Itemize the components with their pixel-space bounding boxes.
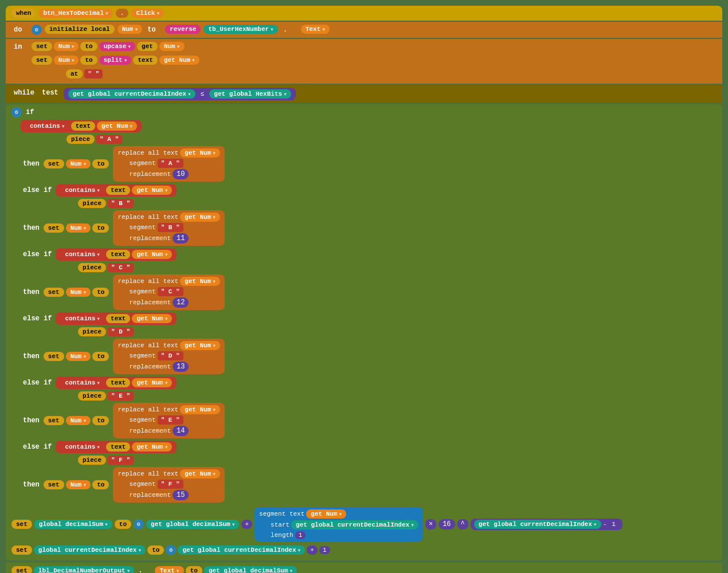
get-num-e[interactable]: get Num ▼ (132, 378, 172, 387)
to-then-d: to (92, 352, 109, 361)
piece-c-row: piece " C " (78, 263, 717, 272)
get-num-seg[interactable]: get Num ▼ (306, 509, 346, 519)
get-num-b[interactable]: get Num ▼ (132, 186, 172, 195)
replace-a-block: replace all text get Num ▼ segment " A "… (113, 146, 225, 182)
num1-power: 1 (608, 520, 619, 528)
block-program: when btn_HexToDecimal ▼ . Click ▼ do ⚙ i… (6, 6, 722, 573)
set-e: set (44, 416, 64, 425)
contains-a: contains ▼ text get Num ▼ (21, 120, 142, 132)
text-e: text (106, 378, 130, 387)
num-then-a[interactable]: Num ▼ (66, 159, 91, 168)
then-a-row: then set Num ▼ to replace all text get N… (21, 146, 717, 182)
main-canvas: when btn_HexToDecimal ▼ . Click ▼ do ⚙ i… (0, 0, 728, 573)
to-keyword-1: to (80, 42, 97, 51)
do-label: do (11, 25, 29, 35)
replacement-label-f: replacement (129, 492, 171, 499)
else-if-d-keyword: else if (21, 313, 54, 324)
upcase-pill[interactable]: upcase ▼ (99, 42, 135, 51)
at-row: at " " (66, 69, 199, 79)
get-global-cdi-start[interactable]: get global currentDecimalIndex ▼ (291, 520, 418, 529)
to-then-e: to (92, 416, 109, 425)
get-num-replace-a[interactable]: get Num ▼ (180, 148, 220, 158)
while-keyword: while (11, 88, 37, 98)
btn-hexdecimal-pill[interactable]: btn_HexToDecimal ▼ (38, 9, 112, 18)
else-if-e-keyword: else if (21, 378, 54, 388)
else-if-d-label: else if contains ▼ text get Num ▼ (21, 312, 717, 325)
rep-val-a: 10 (173, 169, 189, 179)
set-c: set (44, 288, 64, 297)
while-do-section: ⚙ if contains ▼ text get Num ▼ piece " A… (6, 104, 722, 560)
do-while-label: if (24, 107, 41, 117)
replace-b-rep: replacement 11 (129, 233, 220, 244)
tb-pill[interactable]: tb_UserHexNumber ▼ (203, 25, 277, 34)
get-hexbits[interactable]: get global HexBits ▼ (209, 89, 291, 99)
then-f-row: then set Num ▼ to replace all text get N… (21, 467, 717, 503)
click-event-pill[interactable]: Click ▼ (131, 9, 164, 18)
get-keyword-1: get (137, 42, 158, 51)
num-then-e[interactable]: Num ▼ (66, 416, 91, 425)
num-then-b[interactable]: Num ▼ (66, 223, 91, 233)
global-decimalsum-pill[interactable]: global decimalSum ▼ (34, 520, 112, 529)
rep-val-c: 12 (173, 297, 189, 308)
seg-val-b: " B " (158, 223, 183, 232)
num-then-c[interactable]: Num ▼ (66, 288, 91, 297)
then-e-row: then set Num ▼ to replace all text get N… (21, 403, 717, 438)
final-section: set lbl_DecimalNumberOutput ▼ . Text ▼ t… (6, 563, 722, 573)
else-if-f-block: else if contains ▼ text get Num ▼ piece … (21, 441, 717, 503)
segment-label-c: segment (129, 288, 155, 295)
num-split-pill[interactable]: Num ▼ (54, 56, 79, 65)
set-f: set (44, 480, 64, 489)
piece-val-c: " C " (108, 263, 134, 272)
test-container: get global currentDecimalIndex ▼ ≤ get g… (64, 88, 296, 100)
get-num-a[interactable]: get Num ▼ (97, 121, 137, 131)
set-keyword-2: set (32, 56, 52, 65)
lbl-pill[interactable]: lbl_DecimalNumberOutput ▼ (34, 566, 135, 573)
rep-val-e: 14 (173, 426, 189, 436)
text-d: text (106, 314, 130, 323)
num-then-f[interactable]: Num ▼ (66, 480, 91, 489)
cog-icon-while: ⚙ (11, 107, 22, 117)
get-global-ds-final[interactable]: get global decimalSum ▼ (204, 566, 297, 573)
replace-e-seg: segment " E " (129, 415, 220, 425)
get-num-replace-d[interactable]: get Num ▼ (180, 341, 220, 350)
seg-val-c: " C " (158, 287, 183, 296)
get-global-cdi-power[interactable]: get global currentDecimalIndex ▼ (474, 520, 601, 529)
text-prop-pill[interactable]: Text ▼ (301, 25, 330, 34)
num-pill-1[interactable]: Num ▼ (118, 25, 143, 34)
replace-a-row1: replace all text get Num ▼ (118, 148, 220, 158)
piece-val-a: " A " (96, 135, 122, 144)
get-num-c[interactable]: get Num ▼ (132, 250, 172, 259)
global-cdi-pill[interactable]: global currentDecimalIndex ▼ (34, 545, 146, 555)
cog-ds: ⚙ (134, 519, 144, 529)
num16-pill: 16 (439, 519, 455, 529)
dropdown-arr-text: ▼ (322, 27, 325, 32)
replace-all-text-label-c: replace all text (118, 278, 178, 285)
get-global-ds[interactable]: get global decimalSum ▼ (146, 520, 239, 529)
contains-keyword-c: contains ▼ (60, 250, 104, 259)
get-num-d[interactable]: get Num ▼ (132, 314, 172, 323)
get-current-decimal-index[interactable]: get global currentDecimalIndex ▼ (68, 89, 195, 99)
num-get-1[interactable]: Num ▼ (159, 42, 185, 51)
get-num-replace-b[interactable]: get Num ▼ (180, 213, 220, 222)
reverse-pill[interactable]: reverse (165, 25, 201, 34)
get-num-replace-e[interactable]: get Num ▼ (180, 405, 220, 414)
num-get-2[interactable]: get Num ▼ (159, 56, 199, 65)
replace-b-row1: replace all text get Num ▼ (118, 213, 220, 222)
split-pill[interactable]: split ▼ (99, 56, 132, 65)
to-keyword-2: to (80, 56, 97, 65)
get-global-cdi-row[interactable]: get global currentDecimalIndex ▼ (178, 545, 305, 555)
dot-click-pill: . (116, 9, 129, 18)
text-final-pill[interactable]: Text ▼ (155, 566, 183, 573)
num-upcase-pill[interactable]: Num ▼ (54, 42, 79, 51)
to-keyword: to (145, 25, 162, 35)
then-d-row: then set Num ▼ to replace all text get N… (21, 339, 717, 374)
piece-val-f: " F " (108, 456, 134, 465)
segment-label-b: segment (129, 224, 155, 231)
get-num-replace-c[interactable]: get Num ▼ (180, 277, 220, 286)
get-num-replace-f[interactable]: get Num ▼ (180, 469, 220, 478)
times-op: × (425, 519, 436, 529)
get-num-f[interactable]: get Num ▼ (132, 442, 172, 452)
num-then-d[interactable]: Num ▼ (66, 352, 91, 361)
piece-val-e: " E " (108, 391, 134, 401)
else-if-b-block: else if contains ▼ text get Num ▼ piece … (21, 184, 717, 246)
